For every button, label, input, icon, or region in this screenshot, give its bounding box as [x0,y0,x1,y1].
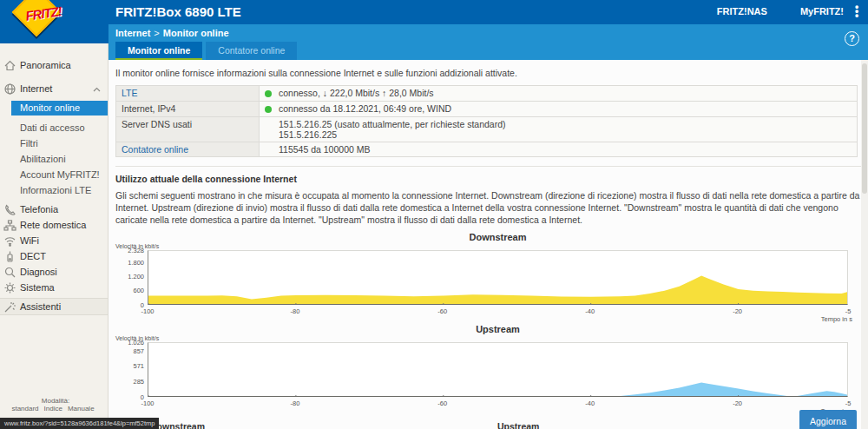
sidebar-item-panoramica[interactable]: Panoramica [0,57,108,73]
row-value-lte: connesso, ↓ 222,0 Mbit/s ↑ 28,0 Mbit/s [279,88,434,98]
table-row-contatore: Contatore online 115545 da 100000 MB [116,142,858,157]
upstream-chart: UpstreamVelocità in kbit/s1.026857571285… [115,324,858,411]
breadcrumb-separator: > [150,28,162,38]
magnifier-icon [3,266,16,279]
x-tick-label: -5 [845,307,852,315]
y-tick-label: 0 [115,393,144,401]
sidebar-item-diagnosi[interactable]: Diagnosi [0,264,108,280]
downstream-legend: Downstream Internet Accesso ospite IPTV [150,421,497,429]
x-tick-label: -60 [437,399,447,407]
y-tick-label: 1.800 [115,259,144,267]
y-tick-label: 571 [115,362,144,370]
connection-status-table: LTE connesso, ↓ 222,0 Mbit/s ↑ 28,0 Mbit… [115,85,858,157]
sidebar-item-internet[interactable]: Internet [0,81,108,96]
y-tick-label: 1.026 [115,339,144,346]
y-tick-label: 285 [115,378,144,386]
wifi-icon [3,234,16,248]
section-title: Utilizzo attuale della connessione Inter… [115,174,861,184]
x-tick-label: -5 [845,399,852,407]
table-row-dns: Server DNS usati 151.5.216.25 (usato att… [116,117,858,142]
row-value-contatore: 115545 da 100000 MB [279,144,370,155]
row-label-internet-ipv4: Internet, IPv4 [116,102,260,117]
breadcrumb-tab-band: Internet>Monitor online ? Monitor online… [108,24,868,60]
sidebar-item-abilitazioni[interactable]: Abilitazioni [0,151,108,167]
sidebar-item-sistema[interactable]: Sistema [0,280,108,295]
sidebar-item-filtri[interactable]: Filtri [0,135,108,151]
chart-title: Upstream [148,324,848,334]
sidebar-item-account-myfritz[interactable]: Account MyFRITZ! [0,167,108,182]
x-tick-label: -40 [585,307,595,315]
scrollbar-thumb[interactable] [862,63,867,194]
row-value-dns-1: 151.5.216.25 (usato attualmente, per ric… [279,119,506,129]
intro-text: Il monitor online fornisce informazioni … [115,68,861,78]
downstream-chart: DownstreamVelocità in kbit/s2.3281.8001.… [115,232,858,319]
y-tick-label: 600 [115,287,144,294]
sidebar-item-telefonia[interactable]: Telefonia [0,201,108,217]
sidebar-item-dati-di-accesso[interactable]: Dati di accesso [0,120,108,135]
chart-title: Downstream [148,232,848,242]
footer-indice-link[interactable]: Indice [42,405,65,412]
scrollbar[interactable] [861,60,868,429]
aggiorna-button[interactable]: Aggiorna [799,410,857,429]
status-ok-icon [265,106,272,113]
x-tick-label: -20 [733,307,742,315]
logo-block: FRITZ! [0,0,108,43]
sidebar-item-assistenti[interactable]: Assistenti [0,298,108,315]
page-title: FRITZ!Box 6890 LTE [115,4,241,19]
sidebar-item-informazioni-lte[interactable]: Informazioni LTE [0,182,108,198]
x-axis-label: Tempo in s [821,315,852,323]
nav-myfritz[interactable]: MyFRITZ! [800,6,844,16]
y-tick-label: 857 [115,347,144,355]
tab-contatore-online[interactable]: Contatore online [206,42,297,60]
table-row-lte: LTE connesso, ↓ 222,0 Mbit/s ↑ 28,0 Mbit… [116,86,858,102]
row-value-internet-ipv4: connesso da 18.12.2021, 06:49 ore, WIND [279,103,451,114]
help-icon[interactable]: ? [845,31,859,46]
sidebar-item-wifi[interactable]: WiFi [0,233,108,248]
x-tick-label: -60 [437,307,447,315]
section-description: Gli schemi seguenti mostrano in che misu… [115,189,861,227]
x-tick-label: -100 [141,307,154,315]
breadcrumb: Internet>Monitor online [115,28,229,38]
globe-icon [3,82,16,96]
contatore-online-link[interactable]: Contatore online [122,144,188,155]
x-tick-label: -20 [733,399,742,407]
upstream-legend: Upstream Applicazioni in tempo reale App… [497,421,628,429]
x-tick-label: -40 [585,399,595,407]
sidebar-item-monitor-online[interactable]: Monitor online [11,101,108,116]
fritzbox-app: FRITZ!Box 6890 LTE FRITZ!NAS MyFRITZ! ••… [0,0,868,429]
gear-icon [3,281,16,294]
sidebar-item-dect[interactable]: DECT [0,248,108,264]
x-tick-label: -80 [290,399,299,407]
table-row-internet-ipv4: Internet, IPv4 connesso da 18.12.2021, 0… [116,102,858,117]
main-content: Il monitor online fornisce informazioni … [108,60,868,429]
y-tick-label: 1.200 [115,273,144,280]
network-icon [3,219,16,232]
y-tick-label: 2.328 [115,247,144,254]
chart-legends: Downstream Internet Accesso ospite IPTV … [115,421,861,429]
breadcrumb-current: Monitor online [163,28,229,38]
chevron-up-icon [93,83,101,94]
status-ok-icon [265,90,272,97]
breadcrumb-parent[interactable]: Internet [115,28,150,38]
sidebar: Panoramica Internet Monitor online Dati … [0,43,108,429]
sidebar-item-rete-domestica[interactable]: Rete domestica [0,217,108,233]
tab-monitor-online[interactable]: Monitor online [115,42,202,60]
browser-status-url: www.fritz.box/?sid=5128a9636d181fe4&lp=m… [0,418,159,429]
plot-area [148,250,848,305]
plot-area [148,342,848,397]
top-header: FRITZ!Box 6890 LTE FRITZ!NAS MyFRITZ! ••… [0,0,868,24]
footer-manuale-link[interactable]: Manuale [65,405,97,412]
wizard-icon [3,300,16,314]
home-icon [3,59,16,72]
nav-fritznas[interactable]: FRITZ!NAS [717,6,767,16]
divider [115,166,861,167]
row-label-dns: Server DNS usati [116,117,260,142]
tab-bar: Monitor online Contatore online [115,42,297,60]
phone-icon [3,203,16,216]
y-tick-label: 0 [115,301,144,309]
dect-phone-icon [3,250,16,263]
x-tick-label: -100 [141,399,154,407]
x-tick-label: -80 [290,307,299,315]
row-label-lte[interactable]: LTE [116,86,260,102]
kebab-menu-icon[interactable]: ••• [852,5,861,19]
